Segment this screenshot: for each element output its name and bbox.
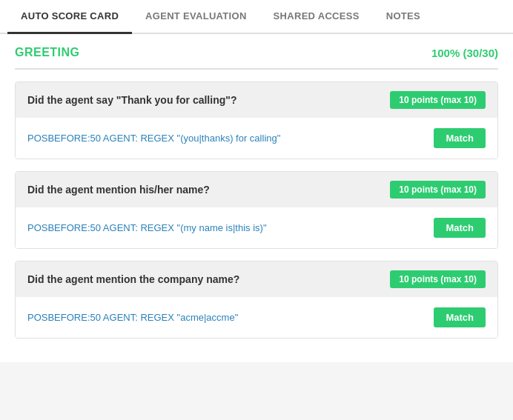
points-badge-3: 10 points (max 10) [390, 270, 486, 288]
question-text-2: Did the agent mention his/her name? [27, 184, 210, 196]
regex-text-3: POSBEFORE:50 AGENT: REGEX "acme|accme" [27, 312, 238, 323]
question-header-1: Did the agent say "Thank you for calling… [16, 82, 497, 118]
section-header: GREETING 100% (30/30) [15, 46, 498, 70]
match-button-3[interactable]: Match [434, 307, 486, 327]
regex-text-2: POSBEFORE:50 AGENT: REGEX "(my name is|t… [27, 222, 267, 233]
tab-agent-evaluation[interactable]: AGENT EVALUATION [132, 0, 259, 34]
tab-shared-access[interactable]: SHARED ACCESS [260, 0, 373, 34]
question-block-3: Did the agent mention the company name? … [15, 261, 498, 339]
regex-text-1: POSBEFORE:50 AGENT: REGEX "(you|thanks) … [27, 133, 280, 144]
tabs-bar: AUTO SCORE CARD AGENT EVALUATION SHARED … [0, 0, 513, 34]
tab-notes[interactable]: NOTES [373, 0, 434, 34]
tab-auto-score-card[interactable]: AUTO SCORE CARD [7, 0, 132, 34]
question-text-1: Did the agent say "Thank you for calling… [27, 94, 236, 106]
question-header-3: Did the agent mention the company name? … [16, 261, 497, 297]
content-area: GREETING 100% (30/30) Did the agent say … [0, 34, 513, 362]
question-block-1: Did the agent say "Thank you for calling… [15, 81, 498, 159]
question-body-1: POSBEFORE:50 AGENT: REGEX "(you|thanks) … [16, 118, 497, 159]
match-button-2[interactable]: Match [434, 218, 486, 238]
points-badge-2: 10 points (max 10) [390, 181, 486, 199]
question-text-3: Did the agent mention the company name? [27, 273, 239, 285]
question-body-2: POSBEFORE:50 AGENT: REGEX "(my name is|t… [16, 207, 497, 248]
section-title: GREETING [15, 46, 80, 59]
question-block-2: Did the agent mention his/her name? 10 p… [15, 171, 498, 249]
match-button-1[interactable]: Match [434, 128, 486, 148]
points-badge-1: 10 points (max 10) [390, 91, 486, 109]
question-header-2: Did the agent mention his/her name? 10 p… [16, 172, 497, 207]
question-body-3: POSBEFORE:50 AGENT: REGEX "acme|accme" M… [16, 297, 497, 338]
section-score: 100% (30/30) [431, 47, 498, 59]
